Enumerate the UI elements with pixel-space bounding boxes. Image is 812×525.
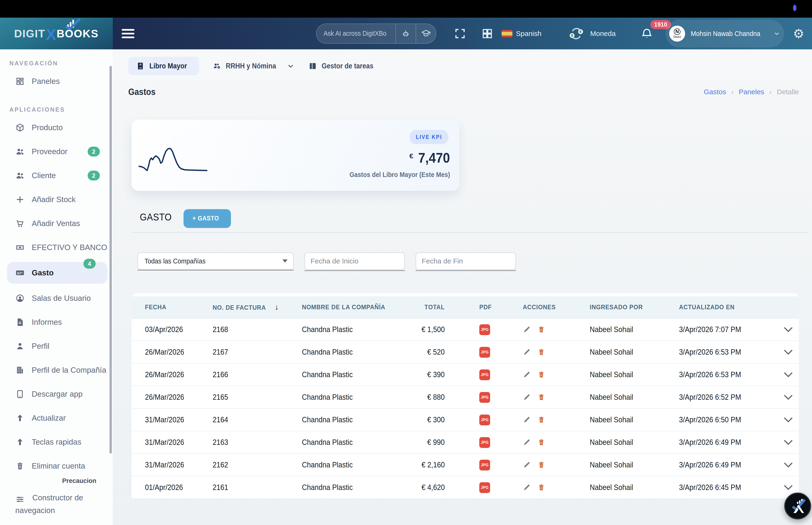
sidebar-item-actualizar[interactable]: Actualizar bbox=[7, 409, 107, 427]
sidebar-scrollbar[interactable] bbox=[109, 66, 112, 453]
delete-trash-icon[interactable] bbox=[537, 416, 545, 424]
live-kpi-badge: LIVE KPI bbox=[410, 130, 448, 144]
sidebar-item-gasto[interactable]: $ Gasto 4 bbox=[7, 262, 107, 284]
learn-graduation-cap-icon[interactable] bbox=[416, 24, 436, 43]
expand-chevron-icon[interactable] bbox=[783, 484, 794, 491]
file-jpg-badge[interactable]: JPG bbox=[479, 482, 490, 493]
breadcrumb-link-paneles[interactable]: Paneles bbox=[739, 88, 764, 96]
sidebar-section-navigation: NAVEGACIÓN bbox=[10, 60, 113, 67]
ai-robot-icon[interactable] bbox=[395, 24, 416, 43]
sidebar-item-anadir-ventas[interactable]: Añadir Ventas bbox=[7, 214, 107, 233]
hamburger-menu-button[interactable] bbox=[122, 27, 134, 40]
table-row[interactable]: 31/Mar/2026 2163 Chandna Plastic € 990 J… bbox=[132, 431, 799, 454]
sidebar-item-eliminar-cuenta[interactable]: Eliminar cuenta bbox=[7, 456, 107, 476]
expand-chevron-icon[interactable] bbox=[783, 394, 794, 400]
filters-row: Todas las Compañías bbox=[132, 252, 812, 270]
fullscreen-icon[interactable] bbox=[454, 28, 466, 40]
sort-desc-icon[interactable]: ↓ bbox=[275, 302, 279, 312]
apps-grid-icon[interactable] bbox=[481, 28, 493, 40]
col-factura[interactable]: NO. DE FACTURA bbox=[213, 304, 266, 311]
breadcrumb-link-gastos[interactable]: Gastos bbox=[704, 88, 726, 96]
sidebar-item-producto[interactable]: Producto bbox=[7, 118, 107, 137]
currency-label[interactable]: Moneda bbox=[590, 30, 616, 38]
notifications-bell-icon[interactable] bbox=[640, 27, 654, 40]
count-badge: 4 bbox=[83, 259, 96, 269]
tablet-icon bbox=[15, 389, 25, 399]
expand-chevron-icon[interactable] bbox=[783, 327, 794, 332]
file-jpg-badge[interactable]: JPG bbox=[479, 347, 490, 358]
sidebar-item-label: Descargar app bbox=[32, 390, 82, 399]
edit-pencil-icon[interactable] bbox=[523, 348, 531, 356]
table-row[interactable]: 26/Mar/2026 2166 Chandna Plastic € 390 J… bbox=[132, 363, 799, 386]
file-jpg-badge[interactable]: JPG bbox=[479, 392, 490, 403]
brand-chat-fab[interactable] bbox=[784, 493, 811, 519]
panels-icon bbox=[15, 77, 25, 86]
end-date-input[interactable] bbox=[416, 252, 516, 270]
delete-trash-icon[interactable] bbox=[537, 371, 545, 379]
table-row[interactable]: 31/Mar/2026 2162 Chandna Plastic € 2,160… bbox=[132, 454, 799, 476]
sidebar-item-label: Informes bbox=[32, 318, 62, 327]
edit-pencil-icon[interactable] bbox=[523, 326, 531, 333]
ai-search-bar[interactable]: Ask AI across DigitXBo bbox=[316, 24, 436, 44]
currency-exchange-icon[interactable]: $ € bbox=[568, 25, 585, 42]
sidebar-item-proveedor[interactable]: Proveedor 2 bbox=[7, 142, 107, 161]
settings-gear-icon[interactable]: ⚙ bbox=[793, 27, 804, 40]
sidebar-item-perfil[interactable]: Perfil bbox=[7, 337, 107, 356]
add-expense-button[interactable]: + GASTO bbox=[184, 209, 231, 228]
table-row[interactable]: 01/Apr/2026 2161 Chandna Plastic € 4,620… bbox=[132, 476, 799, 499]
search-input[interactable]: Ask AI across DigitXBo bbox=[317, 30, 387, 38]
expand-chevron-icon[interactable] bbox=[783, 417, 794, 423]
sidebar-item-perfil-compania[interactable]: Perfil de la Compañía bbox=[7, 361, 107, 379]
sidebar-item-constructor-navegacion[interactable]: Constructor de navegacion bbox=[7, 490, 106, 518]
sidebar-item-label: Añadir Stock bbox=[32, 195, 76, 204]
delete-trash-icon[interactable] bbox=[537, 348, 545, 356]
file-jpg-badge[interactable]: JPG bbox=[479, 437, 490, 448]
file-jpg-badge[interactable]: JPG bbox=[479, 415, 490, 425]
user-name: Mohsin Nawab Chandna bbox=[691, 30, 760, 38]
edit-pencil-icon[interactable] bbox=[523, 416, 531, 424]
delete-trash-icon[interactable] bbox=[537, 461, 545, 469]
expand-chevron-icon[interactable] bbox=[783, 439, 794, 445]
table-row[interactable]: 31/Mar/2026 2164 Chandna Plastic € 300 J… bbox=[132, 409, 799, 431]
file-jpg-badge[interactable]: JPG bbox=[479, 324, 490, 335]
table-row[interactable]: 03/Apr/2026 2168 Chandna Plastic € 1,500… bbox=[132, 318, 799, 341]
sidebar-item-cliente[interactable]: Cliente 2 bbox=[7, 166, 107, 185]
sidebar-item-label: Proveedor bbox=[32, 147, 67, 156]
app-logo[interactable]: DIGIT X BOOKS bbox=[0, 18, 113, 49]
start-date-input[interactable] bbox=[305, 252, 405, 270]
sidebar-item-paneles[interactable]: Paneles bbox=[7, 72, 107, 91]
kpi-currency-symbol: € bbox=[409, 152, 413, 160]
sidebar-item-informes[interactable]: Informes bbox=[7, 313, 107, 332]
tab-libro-mayor[interactable]: Libro Mayor bbox=[128, 57, 199, 75]
tab-gestor-tareas[interactable]: Gestor de tareas bbox=[308, 62, 379, 70]
sidebar-item-salas-de-usuario[interactable]: Salas de Usuario bbox=[7, 289, 107, 308]
digitxbooks-logo-icon bbox=[789, 497, 806, 514]
edit-pencil-icon[interactable] bbox=[523, 461, 531, 469]
delete-trash-icon[interactable] bbox=[537, 438, 545, 446]
expand-chevron-icon[interactable] bbox=[783, 349, 794, 355]
delete-trash-icon[interactable] bbox=[537, 393, 545, 401]
edit-pencil-icon[interactable] bbox=[523, 483, 531, 491]
edit-pencil-icon[interactable] bbox=[523, 371, 531, 379]
company-filter-select[interactable]: Todas las Compañías bbox=[137, 252, 294, 270]
file-jpg-badge[interactable]: JPG bbox=[479, 370, 490, 380]
delete-trash-icon[interactable] bbox=[537, 326, 545, 333]
user-menu[interactable]: N Smart Mohsin Nawab Chandna bbox=[665, 20, 784, 47]
sidebar-item-efectivo-y-banco[interactable]: EFECTIVO Y BANCO bbox=[7, 238, 107, 257]
expand-chevron-icon[interactable] bbox=[783, 462, 794, 468]
expand-chevron-icon[interactable] bbox=[783, 372, 794, 378]
tab-rrhh-nomina[interactable]: RRHH y Nómina bbox=[213, 62, 295, 70]
sidebar-item-label: Constructor de navegacion bbox=[15, 493, 83, 515]
tab-label: Gestor de tareas bbox=[322, 62, 373, 70]
spain-flag-icon[interactable] bbox=[502, 30, 512, 38]
sidebar-item-teclas-rapidas[interactable]: Teclas rapidas bbox=[7, 433, 107, 451]
delete-trash-icon[interactable] bbox=[537, 483, 545, 491]
file-jpg-badge[interactable]: JPG bbox=[479, 460, 490, 470]
sidebar-item-descargar-app[interactable]: Descargar app bbox=[7, 385, 107, 404]
language-label[interactable]: Spanish bbox=[516, 30, 541, 38]
table-row[interactable]: 26/Mar/2026 2165 Chandna Plastic € 880 J… bbox=[132, 386, 799, 409]
table-row[interactable]: 26/Mar/2026 2167 Chandna Plastic € 520 J… bbox=[132, 341, 799, 363]
sidebar-item-anadir-stock[interactable]: Añadir Stock bbox=[7, 190, 107, 209]
edit-pencil-icon[interactable] bbox=[523, 393, 531, 401]
edit-pencil-icon[interactable] bbox=[523, 438, 531, 446]
